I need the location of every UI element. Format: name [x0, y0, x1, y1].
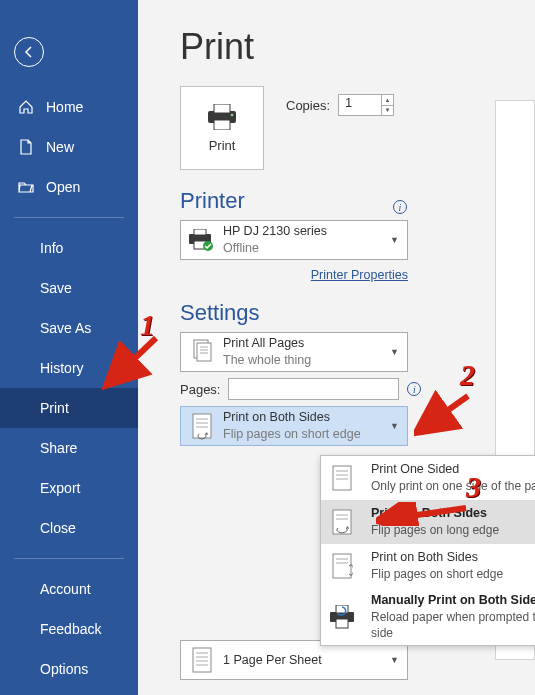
copies-spinner[interactable]: ▲ ▼: [381, 95, 393, 115]
copies-value: 1: [345, 95, 352, 110]
nav-label: Share: [40, 440, 77, 456]
nav-share[interactable]: Share: [0, 428, 138, 468]
nav-label: Close: [40, 520, 76, 536]
annotation-badge-3: 3: [466, 470, 481, 504]
duplex-selector[interactable]: Print on Both Sides Flip pages on short …: [180, 406, 408, 446]
flip-long-edge-icon: [327, 507, 357, 537]
svg-rect-34: [336, 619, 348, 628]
folder-open-icon: [18, 179, 34, 195]
printer-status: Offline: [223, 240, 327, 257]
nav-export[interactable]: Export: [0, 468, 138, 508]
printer-info-icon[interactable]: i: [393, 200, 407, 214]
nav-label: Account: [40, 581, 91, 597]
nav-info[interactable]: Info: [0, 228, 138, 268]
option-title: Print on Both Sides: [371, 505, 499, 522]
option-sub: Reload paper when prompted to print the …: [371, 609, 535, 641]
svg-rect-17: [193, 648, 211, 672]
printer-properties-link[interactable]: Printer Properties: [180, 268, 408, 282]
svg-point-3: [231, 113, 234, 116]
nav-open[interactable]: Open: [0, 167, 138, 207]
pages-per-sheet-title: 1 Page Per Sheet: [223, 652, 322, 669]
copies-input[interactable]: 1 ▲ ▼: [338, 94, 394, 116]
pages-stack-icon: [187, 337, 217, 367]
nav-save[interactable]: Save: [0, 268, 138, 308]
back-arrow-icon: [21, 44, 37, 60]
option-title: Print One Sided: [371, 461, 535, 478]
nav-history[interactable]: History: [0, 348, 138, 388]
duplex-dropdown: Print One Sided Only print on one side o…: [320, 455, 535, 646]
option-sub: Flip pages on long edge: [371, 522, 499, 538]
option-title: Manually Print on Both Sides: [371, 592, 535, 609]
option-sub: Only print on one side of the page: [371, 478, 535, 494]
printer-selector[interactable]: HP DJ 2130 series Offline ▼: [180, 220, 408, 260]
printer-status-icon: [187, 225, 217, 255]
svg-rect-29: [333, 554, 351, 578]
home-icon: [18, 99, 34, 115]
svg-rect-1: [214, 104, 230, 113]
print-what-sub: The whole thing: [223, 352, 311, 369]
nav-label: Print: [40, 400, 69, 416]
nav-label: Save: [40, 280, 72, 296]
copies-label: Copies:: [286, 98, 330, 113]
printer-manual-icon: [327, 602, 357, 632]
pages-input[interactable]: [228, 378, 399, 400]
nav-options[interactable]: Options: [0, 649, 138, 689]
option-title: Print on Both Sides: [371, 549, 503, 566]
nav-label: Options: [40, 661, 88, 677]
settings-section-title: Settings: [180, 300, 535, 326]
nav-label: New: [46, 139, 74, 155]
print-button[interactable]: Print: [180, 86, 264, 170]
printer-name: HP DJ 2130 series: [223, 223, 327, 240]
chevron-down-icon: ▼: [390, 235, 399, 245]
nav-label: Open: [46, 179, 80, 195]
svg-rect-2: [214, 120, 230, 130]
flip-short-edge-icon: [327, 551, 357, 581]
spinner-up-icon[interactable]: ▲: [381, 95, 393, 106]
annotation-badge-2: 2: [460, 358, 475, 392]
back-button[interactable]: [14, 37, 44, 67]
chevron-down-icon: ▼: [390, 655, 399, 665]
document-icon: [18, 139, 34, 155]
annotation-badge-1: 1: [140, 308, 155, 342]
nav-save-as[interactable]: Save As: [0, 308, 138, 348]
print-what-title: Print All Pages: [223, 335, 311, 352]
printer-section-title: Printer: [180, 188, 245, 214]
spinner-down-icon[interactable]: ▼: [381, 106, 393, 116]
print-what-selector[interactable]: Print All Pages The whole thing ▼: [180, 332, 408, 372]
duplex-title: Print on Both Sides: [223, 409, 361, 426]
print-button-label: Print: [209, 138, 236, 153]
svg-rect-22: [333, 466, 351, 490]
nav-account[interactable]: Account: [0, 569, 138, 609]
chevron-down-icon: ▼: [390, 421, 399, 431]
nav-home[interactable]: Home: [0, 87, 138, 127]
svg-rect-26: [333, 510, 351, 534]
nav-label: Feedback: [40, 621, 101, 637]
nav-new[interactable]: New: [0, 127, 138, 167]
option-sub: Flip pages on short edge: [371, 566, 503, 582]
nav-print[interactable]: Print: [0, 388, 138, 428]
svg-rect-5: [194, 229, 206, 235]
nav-label: Export: [40, 480, 80, 496]
duplex-option-one-sided[interactable]: Print One Sided Only print on one side o…: [321, 456, 535, 500]
duplex-option-manual[interactable]: Manually Print on Both Sides Reload pape…: [321, 588, 535, 645]
nav-label: Save As: [40, 320, 91, 336]
duplex-sub: Flip pages on short edge: [223, 426, 361, 443]
pages-info-icon[interactable]: i: [407, 382, 421, 396]
nav-separator: [14, 558, 124, 559]
chevron-down-icon: ▼: [390, 347, 399, 357]
duplex-option-long-edge[interactable]: Print on Both Sides Flip pages on long e…: [321, 500, 535, 544]
nav-feedback[interactable]: Feedback: [0, 609, 138, 649]
nav-label: History: [40, 360, 84, 376]
nav-label: Home: [46, 99, 83, 115]
page-single-icon: [327, 463, 357, 493]
svg-rect-13: [193, 414, 211, 438]
duplex-icon: [187, 411, 217, 441]
print-panel: Print Print Copies: 1 ▲ ▼: [138, 0, 535, 695]
duplex-option-short-edge[interactable]: Print on Both Sides Flip pages on short …: [321, 544, 535, 588]
pages-label: Pages:: [180, 382, 220, 397]
page-title: Print: [180, 26, 535, 68]
nav-label: Info: [40, 240, 63, 256]
svg-rect-9: [197, 343, 211, 361]
nav-close[interactable]: Close: [0, 508, 138, 548]
page-per-sheet-icon: [187, 645, 217, 675]
